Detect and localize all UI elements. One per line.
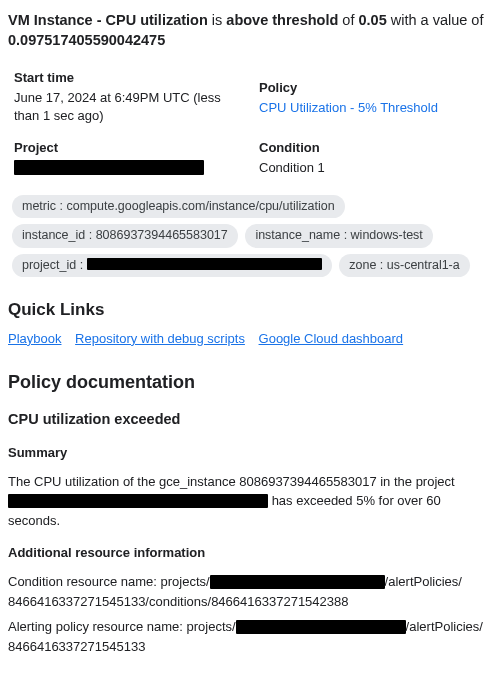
quick-links-heading: Quick Links — [8, 298, 492, 322]
project-redacted — [14, 160, 204, 175]
playbook-link[interactable]: Playbook — [8, 331, 61, 346]
pol-project-redacted — [236, 620, 406, 634]
label-chips: metric : compute.googleapis.com/instance… — [8, 192, 492, 281]
condition-label: Condition — [259, 139, 486, 157]
chip-project-id: project_id : — [12, 254, 332, 278]
policy-link[interactable]: CPU Utilization - 5% Threshold — [259, 100, 438, 115]
chip-instance-name: instance_name : windows-test — [245, 224, 432, 248]
project-label: Project — [14, 139, 241, 157]
meta-project: Project — [14, 139, 241, 177]
chip-metric: metric : compute.googleapis.com/instance… — [12, 195, 345, 219]
dashboard-link[interactable]: Google Cloud dashboard — [259, 331, 404, 346]
start-time-label: Start time — [14, 69, 241, 87]
summary-project-redacted — [8, 494, 268, 508]
condition-value: Condition 1 — [259, 159, 486, 177]
meta-start: Start time June 17, 2024 at 6:49PM UTC (… — [14, 69, 241, 126]
headline-state: above threshold — [226, 12, 338, 28]
chip-instance-id: instance_id : 8086937394465583017 — [12, 224, 238, 248]
meta-grid: Start time June 17, 2024 at 6:49PM UTC (… — [8, 69, 492, 178]
policy-label: Policy — [259, 79, 486, 97]
headline-threshold: 0.05 — [358, 12, 386, 28]
quick-links: Playbook Repository with debug scripts G… — [8, 330, 492, 348]
doc-subheading: CPU utilization exceeded — [8, 409, 492, 429]
cond-project-redacted — [210, 575, 385, 589]
condition-resource: Condition resource name: projects//alert… — [8, 572, 492, 611]
chip-zone: zone : us-central1-a — [339, 254, 469, 278]
alert-headline: VM Instance - CPU utilization is above t… — [8, 10, 492, 51]
meta-condition: Condition Condition 1 — [259, 139, 486, 177]
headline-value: 0.097517405590042475 — [8, 32, 165, 48]
policy-resource: Alerting policy resource name: projects/… — [8, 617, 492, 656]
headline-resource: VM Instance - CPU utilization — [8, 12, 208, 28]
summary-heading: Summary — [8, 444, 492, 462]
summary-text: The CPU utilization of the gce_instance … — [8, 472, 492, 531]
start-time-value: June 17, 2024 at 6:49PM UTC (less than 1… — [14, 89, 241, 125]
project-id-redacted — [87, 258, 322, 270]
additional-info-heading: Additional resource information — [8, 544, 492, 562]
repo-link[interactable]: Repository with debug scripts — [75, 331, 245, 346]
meta-policy: Policy CPU Utilization - 5% Threshold — [259, 69, 486, 126]
policy-doc-heading: Policy documentation — [8, 370, 492, 395]
